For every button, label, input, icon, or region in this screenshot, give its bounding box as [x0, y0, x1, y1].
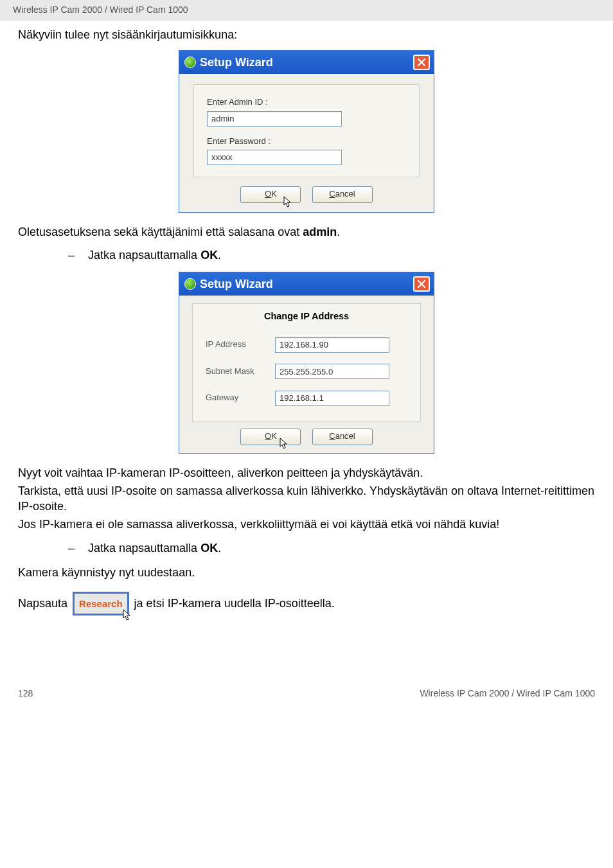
close-icon[interactable]	[413, 276, 430, 292]
bullet-dash: –	[68, 540, 85, 556]
bullet-ok-2: – Jatka napsauttamalla OK.	[68, 540, 595, 556]
ok-button[interactable]: OK	[240, 429, 301, 445]
gateway-input[interactable]	[275, 391, 389, 406]
research-button-label: Research	[79, 598, 123, 609]
header-text: Wireless IP Cam 2000 / Wired IP Cam 1000	[13, 4, 188, 15]
login-panel: Enter Admin ID : Enter Password :	[193, 84, 420, 177]
admin-id-label: Enter Admin ID :	[207, 96, 406, 108]
bullet-dash: –	[68, 247, 85, 263]
dialog1-titlebar: Setup Wizard	[179, 51, 434, 74]
ip-panel: Change IP Address IP Address Subnet Mask…	[192, 303, 421, 421]
para3-line2: Tarkista, että uusi IP-osoite on samassa…	[18, 483, 595, 515]
intro-paragraph: Näkyviin tulee nyt sisäänkirjautumisikku…	[18, 27, 595, 42]
ok-button[interactable]: OK	[240, 186, 301, 203]
cursor-icon	[280, 438, 289, 449]
bullet-ok-1: – Jatka napsauttamalla OK.	[68, 247, 595, 263]
bullet2-post: .	[218, 542, 221, 554]
restart-paragraph: Kamera käynnistyy nyt uudestaan.	[18, 565, 595, 580]
admin-id-input[interactable]	[207, 111, 342, 127]
document-footer: 128 Wireless IP Cam 2000 / Wired IP Cam …	[0, 636, 613, 709]
password-label: Enter Password :	[207, 136, 406, 147]
ok-rest: K	[271, 189, 277, 199]
para3-line1: Nyyt voit vaihtaa IP-kameran IP-osoittee…	[18, 465, 595, 481]
page-number: 128	[18, 687, 33, 700]
dialog1-container: Setup Wizard Enter Admin ID : Enter Pass…	[18, 50, 595, 212]
cancel-button[interactable]: Cancel	[312, 186, 373, 203]
click-pre: Napsauta	[18, 596, 67, 611]
dialog2-container: Setup Wizard Change IP Address IP Addres…	[18, 272, 595, 453]
cancel-button[interactable]: Cancel	[312, 429, 373, 445]
research-button[interactable]: Research	[73, 592, 129, 615]
footer-product-line: Wireless IP Cam 2000 / Wired IP Cam 1000	[420, 687, 595, 700]
cancel-underline: C	[329, 189, 335, 199]
change-ip-title: Change IP Address	[206, 304, 407, 331]
setup-wizard-dialog-ip: Setup Wizard Change IP Address IP Addres…	[179, 272, 434, 453]
defaults-pre: Oletusasetuksena sekä käyttäjänimi että …	[18, 226, 303, 238]
defaults-post: .	[337, 226, 340, 238]
ok-underline: O	[265, 189, 271, 199]
cursor-icon	[283, 196, 292, 208]
click-research-paragraph: Napsauta Research ja etsi IP-kamera uude…	[18, 592, 595, 615]
ok-underline: O	[265, 431, 271, 441]
cancel-rest: ancel	[335, 431, 355, 441]
subnet-mask-label: Subnet Mask	[206, 366, 275, 377]
subnet-mask-input[interactable]	[275, 364, 389, 379]
ok-rest: K	[271, 431, 277, 441]
setup-wizard-dialog-login: Setup Wizard Enter Admin ID : Enter Pass…	[179, 50, 434, 212]
document-body: Näkyviin tulee nyt sisäänkirjautumisikku…	[0, 21, 613, 636]
bullet2-pre: Jatka napsauttamalla	[88, 542, 200, 554]
cancel-rest: ancel	[335, 189, 355, 199]
bullet2-bold: OK	[200, 542, 218, 554]
para3-line3: Jos IP-kamera ei ole samassa aliverkossa…	[18, 517, 595, 532]
dialog2-title: Setup Wizard	[200, 276, 273, 292]
close-icon[interactable]	[413, 55, 430, 70]
cancel-underline: C	[329, 431, 335, 441]
dialog2-titlebar: Setup Wizard	[179, 272, 434, 296]
dialog1-title: Setup Wizard	[200, 55, 273, 70]
defaults-bold: admin	[303, 226, 337, 238]
ip-address-input[interactable]	[275, 337, 389, 353]
defaults-paragraph: Oletusasetuksena sekä käyttäjänimi että …	[18, 224, 595, 240]
click-post: ja etsi IP-kamera uudella IP-osoitteella…	[134, 596, 335, 611]
gateway-label: Gateway	[206, 392, 275, 403]
bullet1-bold: OK	[200, 249, 218, 261]
app-icon	[184, 57, 196, 68]
bullet1-pre: Jatka napsauttamalla	[88, 249, 200, 261]
document-header: Wireless IP Cam 2000 / Wired IP Cam 1000	[0, 0, 613, 21]
ip-address-label: IP Address	[206, 339, 275, 350]
bullet1-post: .	[218, 249, 221, 261]
password-input[interactable]	[207, 150, 342, 165]
app-icon	[184, 278, 196, 290]
